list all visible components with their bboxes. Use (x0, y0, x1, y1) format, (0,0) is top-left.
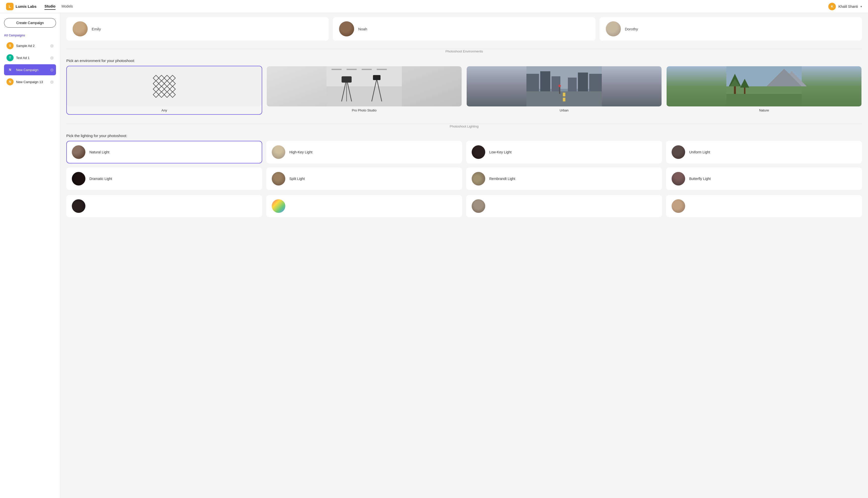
environments-section-title: Pick an environment for your photoshoot: (60, 55, 868, 66)
campaign-options-icon[interactable]: ⊙ (50, 43, 53, 48)
user-avatar: K (828, 3, 836, 10)
nav-studio[interactable]: Studio (44, 3, 55, 10)
svg-point-25 (558, 84, 561, 87)
model-avatar-dorothy (606, 21, 621, 36)
environment-grid: Any (60, 66, 868, 120)
main-content: Emily Noah Dorothy Photoshoot Environmen… (60, 13, 868, 498)
lighting-avatar-highkey (272, 145, 285, 159)
lighting-avatar-extra-1 (72, 199, 86, 213)
models-row: Emily Noah Dorothy (60, 13, 868, 45)
environments-section-divider: Photoshoot Environments (60, 45, 868, 55)
main-layout: Create Campaign All Campaigns S Sample A… (0, 13, 868, 498)
svg-rect-3 (347, 69, 357, 70)
sidebar-item-test-ad-1[interactable]: T Test Ad 1 ⊙ (4, 52, 56, 63)
lighting-card-extra-1[interactable] (66, 195, 262, 217)
lighting-avatar-rembrandt (472, 172, 485, 185)
model-name-emily: Emily (92, 27, 101, 31)
lighting-label-uniform: Uniform Light (689, 150, 710, 154)
model-avatar-noah (339, 21, 354, 36)
lighting-card-lowkey[interactable]: Low-Key Light (466, 141, 662, 163)
campaign-avatar: N (7, 66, 14, 73)
campaign-list: S Sample Ad 2 ⊙ T Test Ad 1 ⊙ N New Camp… (4, 40, 56, 87)
lighting-avatar-extra-3 (472, 199, 485, 213)
studio-svg (267, 66, 462, 106)
model-avatar-emily (73, 21, 88, 36)
env-label-studio: Pro Photo Studio (267, 106, 462, 114)
lighting-card-rembrandt[interactable]: Rembrandt Light (466, 167, 662, 190)
lighting-card-extra-2[interactable] (266, 195, 462, 217)
environments-section-label: Photoshoot Environments (442, 50, 486, 53)
lighting-label-split: Split Light (289, 177, 305, 181)
env-card-any[interactable]: Any (66, 66, 262, 115)
user-name: Khalil Shanti (838, 4, 858, 9)
campaign-name: Sample Ad 2 (16, 44, 48, 48)
main-nav: Studio Models (44, 3, 73, 10)
lighting-card-natural[interactable]: Natural Light (66, 141, 262, 163)
nature-svg (666, 66, 861, 106)
env-label-nature: Nature (666, 106, 861, 114)
svg-rect-9 (341, 76, 352, 82)
env-image-nature (666, 66, 861, 106)
logo-text: Lumis Labs (16, 4, 36, 9)
campaign-avatar: T (7, 54, 14, 61)
nav-models[interactable]: Models (62, 3, 73, 10)
lighting-grid-bottom (60, 195, 868, 222)
model-card-dorothy[interactable]: Dorothy (599, 17, 862, 41)
lighting-avatar-uniform (672, 145, 685, 159)
lighting-card-extra-3[interactable] (466, 195, 662, 217)
urban-svg (467, 66, 662, 106)
env-label-any: Any (67, 106, 262, 114)
env-card-nature[interactable]: Nature (666, 66, 862, 115)
lighting-card-uniform[interactable]: Uniform Light (666, 141, 862, 163)
lighting-avatar-extra-4 (672, 199, 685, 213)
lighting-label-butterfly: Butterfly Light (689, 177, 711, 181)
env-card-pro-studio[interactable]: Pro Photo Studio (266, 66, 462, 115)
lighting-avatar-lowkey (472, 145, 485, 159)
campaign-options-icon[interactable]: ⊙ (50, 80, 53, 84)
lighting-card-butterfly[interactable]: Butterfly Light (666, 167, 862, 190)
svg-rect-35 (726, 94, 802, 106)
env-image-any (67, 66, 262, 106)
divider-line (66, 49, 862, 49)
create-campaign-button[interactable]: Create Campaign (4, 18, 56, 28)
model-name-noah: Noah (358, 27, 367, 31)
campaign-name: New Campaign 13 (16, 80, 48, 84)
chevron-down-icon[interactable]: ▾ (860, 5, 862, 8)
svg-rect-4 (362, 69, 372, 70)
topbar: L Lumis Labs Studio Models K Khalil Shan… (0, 0, 868, 13)
model-card-noah[interactable]: Noah (333, 17, 595, 41)
campaign-name: Test Ad 1 (16, 56, 48, 60)
lighting-section-title: Pick the lighting for your photoshoot: (60, 131, 868, 141)
svg-rect-24 (559, 86, 560, 94)
lighting-section-divider: Photoshoot Lighting (60, 120, 868, 131)
svg-rect-12 (373, 75, 380, 80)
lighting-grid: Natural Light High-Key Light Low-Key Lig… (60, 141, 868, 195)
lighting-label-highkey: High-Key Light (289, 150, 312, 154)
env-image-urban (467, 66, 662, 106)
sidebar-item-sample-ad-2[interactable]: S Sample Ad 2 ⊙ (4, 40, 56, 51)
lighting-section-label: Photoshoot Lighting (447, 124, 482, 128)
sidebar: Create Campaign All Campaigns S Sample A… (0, 13, 60, 498)
env-label-urban: Urban (467, 106, 662, 114)
model-name-dorothy: Dorothy (625, 27, 638, 31)
lighting-avatar-butterfly (672, 172, 685, 185)
logo-icon: L (6, 3, 14, 10)
sidebar-item-new-campaign-13[interactable]: N New Campaign 13 ⊙ (4, 76, 56, 87)
lighting-card-highkey[interactable]: High-Key Light (266, 141, 462, 163)
lighting-card-extra-4[interactable] (666, 195, 862, 217)
model-card-emily[interactable]: Emily (66, 17, 329, 41)
sidebar-item-new-campaign[interactable]: N New Campaign ⊙ (4, 64, 56, 75)
env-image-studio (267, 66, 462, 106)
lighting-label-natural: Natural Light (89, 150, 109, 154)
lighting-card-dramatic[interactable]: Dramatic Light (66, 167, 262, 190)
lighting-label-rembrandt: Rembrandt Light (489, 177, 515, 181)
campaign-avatar: S (7, 42, 14, 49)
lighting-avatar-natural (72, 145, 86, 159)
campaign-options-icon[interactable]: ⊙ (50, 67, 53, 72)
env-card-urban[interactable]: Urban (466, 66, 662, 115)
campaign-options-icon[interactable]: ⊙ (50, 55, 53, 60)
lighting-avatar-dramatic (72, 172, 86, 185)
campaign-name: New Campaign (16, 68, 48, 72)
lighting-avatar-split (272, 172, 285, 185)
lighting-card-split[interactable]: Split Light (266, 167, 462, 190)
